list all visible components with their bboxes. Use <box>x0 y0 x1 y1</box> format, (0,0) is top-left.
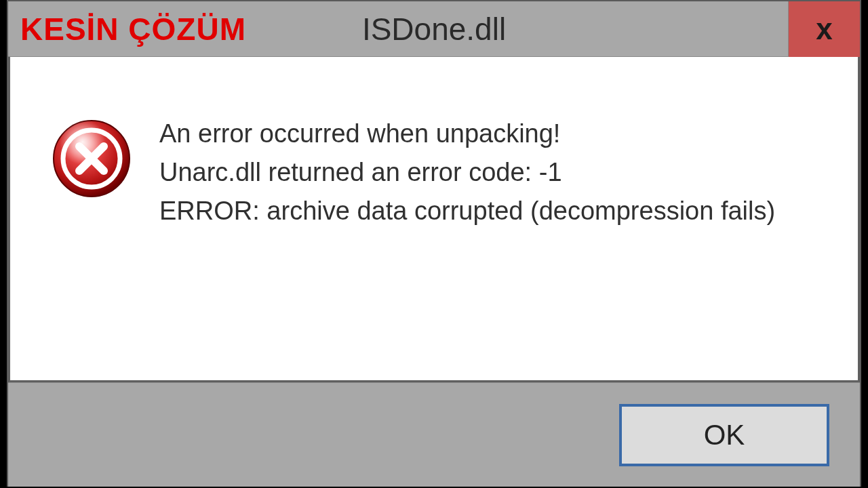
ok-button[interactable]: OK <box>619 404 829 466</box>
titlebar[interactable]: KESİN ÇÖZÜM ISDone.dll x <box>8 1 860 57</box>
close-icon: x <box>816 12 832 46</box>
window-title: ISDone.dll <box>362 11 506 47</box>
message-line-2: Unarc.dll returned an error code: -1 <box>159 153 831 192</box>
message-line-3: ERROR: archive data corrupted (decompres… <box>159 192 831 230</box>
dialog-footer: OK <box>8 382 860 487</box>
close-button[interactable]: x <box>788 1 860 57</box>
overlay-caption: KESİN ÇÖZÜM <box>20 11 246 47</box>
error-message: An error occurred when unpacking! Unarc.… <box>159 98 831 230</box>
dialog-content: An error occurred when unpacking! Unarc.… <box>8 57 860 382</box>
error-icon <box>51 118 132 199</box>
error-dialog: KESİN ÇÖZÜM ISDone.dll x <box>7 0 861 487</box>
message-line-1: An error occurred when unpacking! <box>159 115 831 153</box>
